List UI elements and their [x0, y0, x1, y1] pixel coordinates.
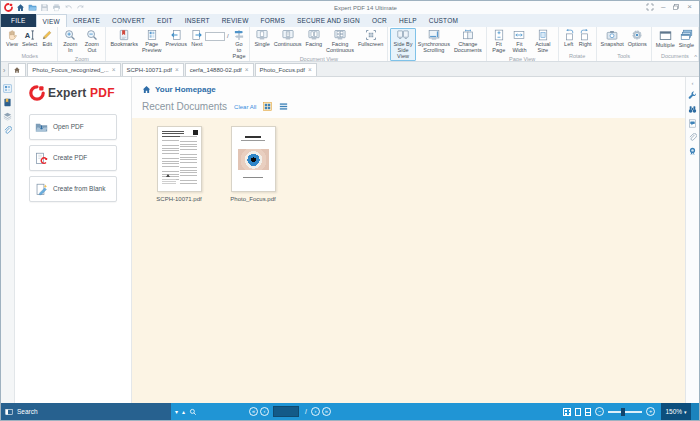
bookmarks-panel-button[interactable] [3, 98, 12, 107]
ribbon-button-zoom-in[interactable]: Zoom In [60, 28, 80, 55]
document-thumbnail[interactable] [231, 126, 276, 192]
ribbon-button-synchronous-scrolling[interactable]: Synchronous Scrolling [416, 28, 452, 55]
redo-button[interactable] [76, 3, 85, 12]
menu-tab-custom[interactable]: CUSTOM [423, 14, 464, 27]
logo-button[interactable] [4, 3, 13, 12]
zoom-slider[interactable] [608, 411, 642, 413]
page-number-input[interactable] [273, 406, 299, 417]
ribbon-button-continuous[interactable]: Continuous [272, 28, 304, 49]
search-options-caret-icon[interactable]: ▾ [175, 409, 178, 415]
ribbon-button-side-by-side-view[interactable]: Side By Side View [390, 28, 416, 61]
close-tab-icon[interactable]: × [308, 67, 312, 74]
document-tab-photo-focus-pdf[interactable]: Photo_Focus.pdf× [255, 63, 317, 76]
attachments-panel-button[interactable] [3, 126, 12, 135]
clear-all-link[interactable]: Clear All [234, 104, 256, 110]
document-tab-photo-focus-recognized[interactable]: Photo_Focus_recognized_...× [27, 63, 120, 76]
ribbon-button-actual-size[interactable]: Actual Size [530, 28, 556, 55]
menu-tab-create[interactable]: CREATE [67, 14, 106, 27]
ribbon-button-zoom-out[interactable]: Zoom Out [80, 28, 103, 55]
zoom-out-button[interactable]: − [595, 407, 604, 416]
search-direction-caret-icon[interactable]: ▴ [182, 409, 185, 415]
recent-document-photo-focus-pdf[interactable]: Photo_Focus.pdf [224, 126, 282, 202]
layers-panel-button[interactable] [3, 112, 12, 121]
ribbon-button-facing[interactable]: Facing [304, 28, 325, 49]
ribbon-button-previous[interactable]: Previous [164, 28, 189, 49]
create-pdf-button[interactable]: Create PDF [29, 145, 117, 171]
ribbon-button-left[interactable]: Left [561, 28, 577, 49]
comments-panel-button[interactable] [688, 119, 697, 128]
ribbon-button-fit-page[interactable]: Fit Page [489, 28, 509, 55]
document-tab-cerfa-14880-02-pdf[interactable]: cerfa_14880-02.pdf× [185, 63, 254, 76]
close-tab-icon[interactable]: × [245, 67, 249, 74]
home-button[interactable] [16, 3, 25, 12]
search-magnifier-icon[interactable] [189, 407, 197, 415]
zoom-level-control[interactable]: 150% ▾ [661, 403, 691, 420]
save-button[interactable] [40, 3, 49, 12]
create-from-blank-button[interactable]: Create from Blank [29, 176, 117, 202]
menu-tab-review[interactable]: REVIEW [216, 14, 255, 27]
document-tab-scph-10071-pdf[interactable]: SCPH-10071.pdf× [122, 63, 184, 76]
close-tab-icon[interactable]: × [112, 67, 116, 74]
menu-tab-insert[interactable]: INSERT [179, 14, 216, 27]
attachment-clip-button[interactable] [688, 133, 697, 142]
zoom-in-button[interactable]: + [646, 407, 655, 416]
attachment-clip-icon [688, 133, 697, 142]
search-binoculars-button[interactable] [688, 105, 697, 114]
next-page-button[interactable]: › [311, 407, 320, 416]
first-page-button[interactable]: « [249, 407, 258, 416]
menu-tab-forms[interactable]: FORMS [254, 14, 290, 27]
recent-document-scph-10071-pdf[interactable]: SCPH-10071.pdf [150, 126, 208, 202]
close-tab-icon[interactable]: × [175, 67, 179, 74]
fullscreen-view-icon[interactable] [563, 408, 571, 416]
ribbon-button-go-to-page[interactable]: Go to Page [231, 28, 248, 61]
ribbon-collapse-icon[interactable]: ^ [694, 54, 697, 60]
continuous-view-icon[interactable] [585, 408, 591, 416]
single-page-view-icon[interactable] [575, 408, 581, 416]
close-icon[interactable]: × [687, 3, 692, 11]
grid-view-toggle[interactable] [263, 102, 272, 111]
print-button[interactable] [52, 3, 61, 12]
ribbon-button-bookmarks[interactable]: Bookmarks [108, 28, 140, 49]
ribbon-button-next[interactable]: Next [189, 28, 205, 49]
menu-tab-convert[interactable]: CONVERT [106, 14, 151, 27]
ribbon-button-options[interactable]: Options [626, 28, 649, 49]
restore-icon[interactable] [672, 3, 680, 11]
tab-scroll-left-icon[interactable]: › [3, 67, 5, 74]
ribbon-button-single[interactable]: Single [252, 28, 271, 49]
ribbon-button-multiple[interactable]: Multiple [654, 28, 677, 50]
ribbon-button-page-preview[interactable]: Page Preview [140, 28, 164, 55]
ribbon-button-fullscreen[interactable]: Fullscreen [356, 28, 385, 49]
undo-button[interactable] [64, 3, 73, 12]
signature-badge-button[interactable] [688, 147, 697, 156]
menu-tab-file[interactable]: FILE [1, 14, 36, 27]
tools-wrench-button[interactable] [688, 91, 697, 100]
menu-tab-secure-and-sign[interactable]: SECURE AND SIGN [291, 14, 366, 27]
ribbon-button-single[interactable]: Single [677, 28, 696, 50]
document-thumbnail[interactable] [157, 126, 202, 192]
previous-page-button[interactable]: ‹ [260, 407, 269, 416]
open-folder-button[interactable] [28, 3, 37, 12]
menu-tab-ocr[interactable]: OCR [366, 14, 393, 27]
menu-tab-view[interactable]: VIEW [36, 14, 67, 27]
ribbon-button-facing-continuous[interactable]: Facing Continuous [324, 28, 356, 55]
status-search[interactable]: Search [1, 403, 171, 420]
fullscreen-toggle-icon[interactable] [646, 3, 654, 11]
last-page-button[interactable]: » [322, 407, 331, 416]
panel-collapse-icon[interactable]: ‹ [692, 80, 694, 86]
ribbon-button-snapshot[interactable]: Snapshot [599, 28, 626, 49]
ribbon-button-view[interactable]: View [4, 28, 20, 49]
ribbon-button-edit[interactable]: Edit [39, 28, 55, 49]
minimize-icon[interactable]: – [661, 3, 665, 11]
menu-tab-help[interactable]: HELP [393, 14, 423, 27]
menu-tab-edit[interactable]: EDIT [151, 14, 179, 27]
goto-page-input[interactable] [205, 32, 225, 41]
ribbon-button-right[interactable]: Right [577, 28, 594, 49]
open-pdf-button[interactable]: Open PDF [29, 114, 117, 140]
page-thumbnails-button[interactable] [3, 84, 12, 93]
ribbon-button-change-documents[interactable]: Change Documents [452, 28, 484, 55]
ribbon-button-select[interactable]: ASelect [20, 28, 39, 49]
zoom-slider-handle[interactable] [621, 408, 625, 416]
document-tab-home[interactable] [8, 63, 26, 76]
ribbon-button-fit-width[interactable]: Fit Width [509, 28, 530, 55]
list-view-toggle[interactable] [279, 102, 288, 111]
